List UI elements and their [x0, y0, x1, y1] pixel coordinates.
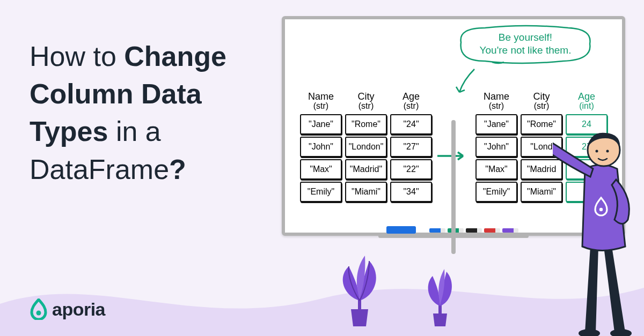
col-city-before: City (str) "Rome" "London" "Madrid" "Mia… — [345, 92, 387, 204]
cell: "John" — [475, 137, 517, 157]
cell: "27" — [390, 137, 432, 157]
brand-logo: aporia — [30, 298, 105, 320]
col-age-before: Age (str) "24" "27" "22" "34" — [390, 92, 432, 204]
cell: "Lond — [521, 137, 562, 157]
col-name-after: Name (str) "Jane" "John" "Max" "Emily" — [475, 92, 517, 204]
marker-red — [484, 228, 500, 233]
speech-bubble: Be yourself! You're not like them. — [466, 31, 584, 57]
speech-line-1: Be yourself! — [466, 31, 584, 44]
cell: "Max" — [300, 159, 342, 180]
speech-line-2: You're not like them. — [466, 44, 584, 57]
dataframe-before: Name (str) "Jane" "John" "Max" "Emily" C… — [300, 92, 432, 204]
svg-point-0 — [36, 311, 41, 316]
cell: "Rome" — [345, 114, 387, 135]
cell: "Rome" — [521, 114, 562, 135]
arrow-right-icon — [436, 148, 469, 164]
cell: "24" — [390, 114, 432, 135]
col-header: City (str) — [533, 92, 550, 111]
cell: "London" — [345, 137, 387, 157]
marker-purple — [502, 228, 518, 233]
cell: 27 — [566, 137, 608, 157]
cell: "John" — [300, 137, 342, 157]
col-header: Name (str) — [308, 92, 334, 111]
col-header: City (str) — [358, 92, 375, 111]
cell: "Madrid" — [345, 159, 387, 180]
col-age-after: Age (int) 24 27 — [566, 92, 608, 204]
marker-green — [448, 228, 464, 233]
cell: "Miami" — [345, 182, 387, 202]
cell: "Miami" — [521, 182, 562, 202]
cell: "Emily" — [475, 182, 517, 202]
svg-point-3 — [610, 329, 632, 336]
cell: "Emily" — [300, 182, 342, 202]
col-header: Name (str) — [484, 92, 509, 111]
cell: "Jane" — [300, 114, 342, 135]
cell: "34" — [390, 182, 432, 202]
col-header: Age (int) — [578, 92, 595, 111]
svg-rect-9 — [358, 298, 361, 311]
marker-blue — [429, 228, 445, 233]
marker-black — [466, 228, 482, 233]
cell: "Madrid — [521, 159, 562, 180]
cell: "22" — [390, 159, 432, 180]
plant-2-illustration — [413, 256, 467, 331]
svg-rect-10 — [438, 305, 442, 315]
markers — [429, 228, 518, 233]
cell: "Jane" — [475, 114, 517, 135]
brand-name: aporia — [52, 299, 105, 320]
page-title: How to Change Column Data Types in a Dat… — [30, 38, 266, 188]
dataframe-after: Name (str) "Jane" "John" "Max" "Emily" C… — [475, 92, 608, 204]
title-pre: How to — [30, 41, 124, 72]
whiteboard: Be yourself! You're not like them. Name … — [282, 16, 625, 236]
aporia-flame-icon — [30, 298, 48, 320]
col-city-after: City (str) "Rome" "Lond "Madrid "Miami" — [521, 92, 562, 204]
plant-1-illustration — [327, 245, 392, 331]
cell — [566, 182, 608, 202]
svg-point-2 — [579, 329, 600, 336]
cell — [566, 159, 608, 180]
cell: "Max" — [475, 159, 517, 180]
col-header: Age (str) — [402, 92, 420, 111]
marker-tray — [378, 233, 529, 238]
cell: 24 — [566, 114, 608, 135]
title-q: ? — [169, 154, 186, 185]
col-name-before: Name (str) "Jane" "John" "Max" "Emily" — [300, 92, 342, 204]
